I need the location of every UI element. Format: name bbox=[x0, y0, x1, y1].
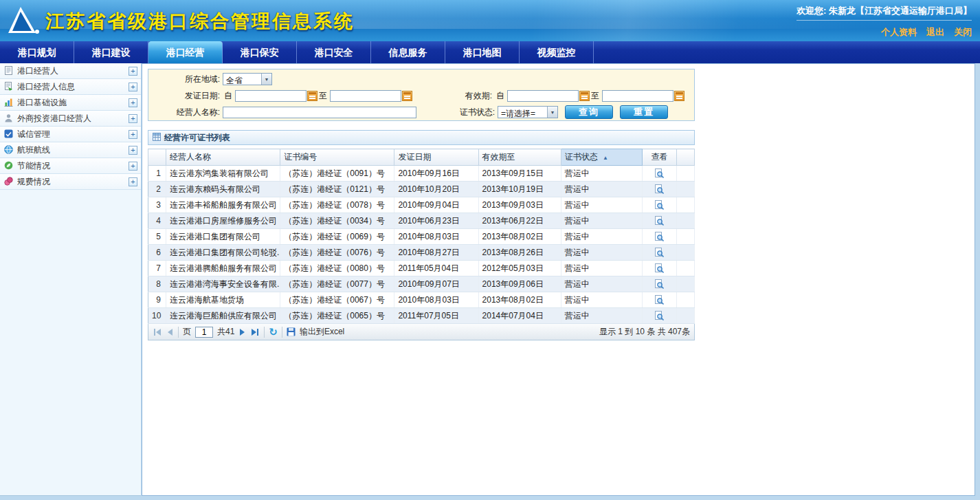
link-logout[interactable]: 退出 bbox=[926, 26, 944, 39]
calendar-icon[interactable] bbox=[674, 91, 684, 101]
search-form: 所在地域: 全省 ▼ 发证日期: 自 至 有效期: 自 至 bbox=[148, 69, 695, 121]
view-icon[interactable] bbox=[654, 248, 665, 258]
col-cert-status[interactable]: 证书状态 ▲ bbox=[561, 149, 642, 166]
tab-port-planning[interactable]: 港口规划 bbox=[0, 41, 74, 63]
tab-video-monitor[interactable]: 视频监控 bbox=[520, 41, 594, 63]
region-select-value: 全省 bbox=[223, 74, 261, 85]
sidebar-item-port-operators[interactable]: 港口经营人+ bbox=[0, 63, 141, 79]
validity-to-input[interactable] bbox=[602, 90, 673, 102]
pagination-bar: 页 共41 ↻ 输出到Excel 显示 1 到 10 条 共 407条 bbox=[148, 324, 695, 340]
cell-status: 营运中 bbox=[561, 182, 642, 197]
region-label: 所在地域: bbox=[148, 74, 223, 85]
certificate-list-panel: 经营许可证书列表 经营人名称 证书编号 发证日期 有效期至 证书状态 bbox=[148, 130, 695, 340]
calendar-icon[interactable] bbox=[402, 91, 412, 101]
issue-date-to-input[interactable] bbox=[330, 90, 401, 102]
view-icon[interactable] bbox=[654, 311, 665, 321]
cell-issue: 2010年06月23日 bbox=[394, 213, 478, 229]
sidebar-item-label: 诚信管理 bbox=[17, 129, 129, 140]
export-excel-button[interactable]: 输出到Excel bbox=[300, 326, 344, 338]
cell-cert: （苏连）港经证（0078）号 bbox=[280, 197, 394, 213]
view-icon[interactable] bbox=[654, 295, 665, 305]
col-cert-no[interactable]: 证书编号 bbox=[280, 149, 394, 166]
table-row: 10连云港海巨船舶供应有限公司（苏连）港经证（0065）号2011年07月05日… bbox=[148, 308, 695, 324]
first-page-button[interactable] bbox=[153, 327, 162, 338]
expand-icon[interactable]: + bbox=[129, 98, 137, 107]
tab-info-service[interactable]: 信息服务 bbox=[371, 41, 445, 63]
cell-filler bbox=[676, 197, 694, 213]
link-close[interactable]: 关闭 bbox=[954, 26, 972, 39]
tab-port-map[interactable]: 港口地图 bbox=[445, 41, 520, 63]
expand-icon[interactable]: + bbox=[129, 146, 137, 155]
tab-port-operation[interactable]: 港口经营 bbox=[148, 41, 223, 63]
view-icon[interactable] bbox=[654, 216, 665, 226]
view-icon[interactable] bbox=[654, 263, 665, 274]
expand-icon[interactable]: + bbox=[129, 177, 137, 186]
search-button[interactable]: 查询 bbox=[565, 105, 613, 119]
cell-issue: 2010年09月07日 bbox=[394, 276, 478, 292]
pager-separator bbox=[178, 327, 179, 338]
cell-filler bbox=[676, 308, 694, 324]
table-row: 4连云港港口房屋维修服务公司（苏连）港经证（0034）号2010年06月23日2… bbox=[148, 213, 695, 229]
region-select[interactable]: 全省 ▼ bbox=[223, 73, 272, 85]
cell-cert: （苏连）港经证（0080）号 bbox=[280, 261, 394, 276]
sidebar-item-port-infrastructure[interactable]: 港口基础设施+ bbox=[0, 95, 141, 111]
validity-from-input[interactable] bbox=[507, 90, 579, 102]
tab-port-security[interactable]: 港口保安 bbox=[223, 41, 297, 63]
calendar-icon[interactable] bbox=[579, 91, 590, 101]
operator-name-input[interactable] bbox=[223, 107, 416, 118]
globe-icon bbox=[4, 145, 14, 155]
tab-port-safety[interactable]: 港口安全 bbox=[297, 41, 371, 63]
cell-filler bbox=[676, 182, 694, 197]
cell-status: 营运中 bbox=[561, 276, 642, 292]
form-row-operator: 经营人名称: 证书状态: =请选择= ▼ 查询 重置 bbox=[148, 104, 694, 120]
sidebar-item-credit-management[interactable]: 诚信管理+ bbox=[0, 127, 141, 142]
col-issue-date[interactable]: 发证日期 bbox=[394, 149, 478, 166]
cell-name: 连云港港湾海事安全设备有限... bbox=[166, 276, 280, 292]
cell-valid: 2013年08月02日 bbox=[478, 229, 561, 245]
cell-view bbox=[642, 213, 676, 229]
reset-button[interactable]: 重置 bbox=[620, 105, 668, 119]
cell-view bbox=[642, 245, 676, 261]
cell-name: 连云港东鸿集装箱有限公司 bbox=[166, 166, 280, 182]
refresh-icon[interactable]: ↻ bbox=[269, 327, 278, 337]
sidebar-item-foreign-investment-operators[interactable]: 外商投资港口经营人+ bbox=[0, 111, 141, 127]
view-icon[interactable] bbox=[654, 200, 665, 210]
table-row: 5连云港港口集团有限公司（苏连）港经证（0069）号2010年08月03日201… bbox=[148, 229, 695, 245]
view-icon[interactable] bbox=[654, 279, 665, 290]
sidebar-item-energy-saving[interactable]: 节能情况+ bbox=[0, 158, 141, 174]
col-valid-until[interactable]: 有效期至 bbox=[478, 149, 561, 166]
expand-icon[interactable]: + bbox=[129, 67, 137, 76]
view-icon[interactable] bbox=[654, 232, 665, 242]
expand-icon[interactable]: + bbox=[129, 114, 137, 123]
next-page-button[interactable] bbox=[238, 327, 246, 338]
cell-valid: 2013年09月15日 bbox=[478, 166, 561, 182]
last-page-button[interactable] bbox=[250, 327, 260, 338]
view-icon[interactable] bbox=[654, 184, 665, 195]
cell-status: 营运中 bbox=[561, 197, 642, 213]
expand-icon[interactable]: + bbox=[129, 162, 137, 171]
cell-view bbox=[642, 166, 676, 182]
cert-status-select[interactable]: =请选择= ▼ bbox=[498, 106, 558, 118]
save-icon bbox=[287, 327, 296, 336]
cell-cert: （苏连）港经证（0077）号 bbox=[280, 276, 394, 292]
col-operator-name[interactable]: 经营人名称 bbox=[166, 149, 280, 166]
expand-icon[interactable]: + bbox=[129, 130, 137, 139]
chevron-down-icon: ▼ bbox=[261, 74, 271, 85]
tab-port-construction[interactable]: 港口建设 bbox=[74, 41, 148, 63]
link-profile[interactable]: 个人资料 bbox=[881, 26, 917, 39]
expand-icon[interactable]: + bbox=[129, 83, 137, 91]
view-icon[interactable] bbox=[654, 169, 665, 179]
document-icon bbox=[4, 66, 14, 76]
total-pages-label: 共41 bbox=[217, 326, 234, 338]
sidebar-item-flight-routes[interactable]: 航班航线+ bbox=[0, 142, 141, 158]
cert-status-value: =请选择= bbox=[498, 107, 547, 118]
col-view: 查看 bbox=[642, 149, 676, 166]
page-input[interactable] bbox=[195, 327, 213, 338]
operator-name-label: 经营人名称: bbox=[148, 107, 223, 118]
prev-page-button[interactable] bbox=[166, 327, 174, 338]
calendar-icon[interactable] bbox=[307, 91, 318, 101]
sidebar-item-label: 港口基础设施 bbox=[17, 97, 129, 109]
sidebar-item-fees[interactable]: 规费情况+ bbox=[0, 174, 141, 190]
issue-date-from-input[interactable] bbox=[235, 90, 307, 102]
sidebar-item-operator-info[interactable]: 港口经营人信息+ bbox=[0, 79, 141, 95]
